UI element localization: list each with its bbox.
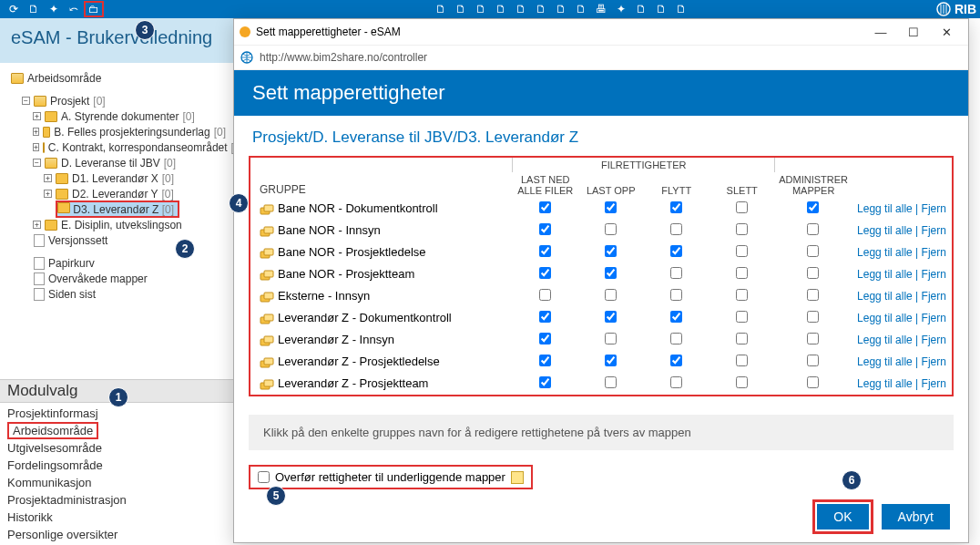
permission-checkbox[interactable] (605, 311, 617, 323)
permission-checkbox[interactable] (807, 245, 819, 257)
group-name[interactable]: Eksterne - Innsyn (250, 285, 513, 307)
toolbar-icon[interactable]: ⤺ (64, 1, 84, 17)
permission-checkbox[interactable] (605, 376, 617, 388)
group-name[interactable]: Leverandør Z - Prosjektteam (250, 373, 513, 395)
tree-item[interactable]: +E. Disiplin, utvekslingson (11, 217, 226, 232)
module-item[interactable]: Kommunikasjon (7, 474, 226, 491)
group-name[interactable]: Bane NOR - Prosjektteam (250, 263, 513, 285)
toolbar-icon[interactable]: 🖶 (591, 1, 611, 17)
toolbar-icon[interactable]: 🗋 (511, 1, 531, 17)
permission-checkbox[interactable] (807, 355, 819, 366)
permission-checkbox[interactable] (539, 311, 551, 323)
permission-checkbox[interactable] (605, 289, 617, 301)
remove-link[interactable]: Fjern (922, 290, 946, 303)
permission-checkbox[interactable] (807, 333, 819, 344)
group-name[interactable]: Bane NOR - Dokumentkontroll (250, 198, 513, 220)
remove-link[interactable]: Fjern (922, 377, 946, 390)
permission-checkbox[interactable] (736, 333, 748, 344)
permission-checkbox[interactable] (670, 376, 682, 388)
permission-checkbox[interactable] (539, 289, 551, 301)
group-name[interactable]: Leverandør Z - Innsyn (250, 329, 513, 351)
module-item[interactable]: Utgivelsesområde (7, 439, 226, 457)
tree-item[interactable]: +C. Kontrakt, korrespondanseområdet [0] (11, 139, 226, 155)
group-name[interactable]: Leverandør Z - Prosjektledelse (250, 351, 513, 373)
toolbar-icon[interactable]: 🗋 (491, 1, 511, 17)
tree-item-selected[interactable]: D3. Leverandør Z [0] (11, 201, 226, 217)
tree-item[interactable]: Siden sist (11, 286, 226, 302)
permission-checkbox[interactable] (670, 355, 682, 366)
toolbar-icon[interactable]: 🗋 (571, 1, 591, 17)
permission-checkbox[interactable] (807, 311, 819, 323)
remove-link[interactable]: Fjern (922, 334, 946, 346)
toolbar-icon[interactable]: 🗋 (531, 1, 551, 17)
permission-checkbox[interactable] (539, 376, 551, 388)
add-all-link[interactable]: Legg til alle (857, 246, 913, 259)
permission-checkbox[interactable] (807, 289, 819, 301)
module-item[interactable]: Fordelingsområde (7, 457, 226, 474)
module-item[interactable]: Personlige oversikter (7, 526, 226, 543)
tree-item[interactable]: −Prosjekt [0] (11, 93, 226, 108)
toolbar-icon[interactable]: 🗋 (431, 1, 451, 17)
permission-checkbox[interactable] (736, 311, 748, 323)
transfer-checkbox[interactable] (258, 471, 270, 483)
tree-item[interactable]: −D. Leveranse til JBV [0] (11, 155, 226, 170)
tree-item[interactable]: Overvåkede mapper (11, 271, 226, 286)
permission-checkbox[interactable] (605, 355, 617, 366)
permission-checkbox[interactable] (736, 376, 748, 388)
ok-button[interactable]: OK (817, 504, 868, 530)
toolbar-icon[interactable]: ⟳ (4, 1, 24, 17)
toolbar-icon[interactable]: 🗋 (24, 1, 44, 17)
permission-checkbox[interactable] (807, 376, 819, 388)
remove-link[interactable]: Fjern (922, 355, 946, 368)
permission-checkbox[interactable] (605, 267, 617, 279)
permission-checkbox[interactable] (670, 311, 682, 323)
module-item[interactable]: Prosjektadministrasjon (7, 491, 226, 509)
tree-item[interactable]: +A. Styrende dokumenter [0] (11, 108, 226, 124)
permission-checkbox[interactable] (736, 355, 748, 366)
add-all-link[interactable]: Legg til alle (857, 268, 913, 281)
toolbar-icon[interactable]: ✦ (611, 1, 631, 17)
toolbar-icon[interactable]: 🗋 (631, 1, 651, 17)
add-all-link[interactable]: Legg til alle (857, 224, 913, 237)
tree-item[interactable]: +D1. Leverandør X [0] (11, 170, 226, 186)
remove-link[interactable]: Fjern (922, 312, 946, 324)
permission-checkbox[interactable] (807, 201, 819, 213)
close-button[interactable]: ✕ (930, 20, 963, 44)
toolbar-icon[interactable]: 🗋 (651, 1, 671, 17)
permission-checkbox[interactable] (670, 289, 682, 301)
add-all-link[interactable]: Legg til alle (857, 334, 913, 346)
group-name[interactable]: Leverandør Z - Dokumentkontroll (250, 307, 513, 329)
remove-link[interactable]: Fjern (922, 202, 946, 215)
toolbar-icon-highlighted[interactable]: 🗀 (84, 1, 104, 17)
permission-checkbox[interactable] (736, 245, 748, 257)
permission-checkbox[interactable] (605, 245, 617, 257)
permission-checkbox[interactable] (670, 201, 682, 213)
permission-checkbox[interactable] (605, 201, 617, 213)
permission-checkbox[interactable] (539, 267, 551, 279)
tree-item[interactable]: +D2. Leverandør Y [0] (11, 186, 226, 201)
permission-checkbox[interactable] (670, 333, 682, 344)
toolbar-icon[interactable]: ✦ (44, 1, 64, 17)
minimize-button[interactable]: — (864, 20, 897, 44)
add-all-link[interactable]: Legg til alle (857, 290, 913, 303)
toolbar-icon[interactable]: 🗋 (451, 1, 471, 17)
permission-checkbox[interactable] (539, 245, 551, 257)
module-item[interactable]: Historikk (7, 509, 226, 526)
remove-link[interactable]: Fjern (922, 246, 946, 259)
permission-checkbox[interactable] (539, 223, 551, 235)
permission-checkbox[interactable] (605, 223, 617, 235)
permission-checkbox[interactable] (736, 289, 748, 301)
toolbar-icon[interactable]: 🗋 (551, 1, 571, 17)
permission-checkbox[interactable] (670, 223, 682, 235)
group-name[interactable]: Bane NOR - Prosjektledelse (250, 242, 513, 263)
permission-checkbox[interactable] (539, 355, 551, 366)
permission-checkbox[interactable] (539, 333, 551, 344)
permission-checkbox[interactable] (807, 223, 819, 235)
tree-item[interactable]: Papirkurv (11, 255, 226, 271)
maximize-button[interactable]: ☐ (897, 20, 930, 44)
tree-item[interactable]: +B. Felles prosjekteringsunderlag [0] (11, 124, 226, 139)
note-icon[interactable] (511, 471, 524, 484)
add-all-link[interactable]: Legg til alle (857, 377, 913, 390)
group-name[interactable]: Bane NOR - Innsyn (250, 220, 513, 242)
cancel-button[interactable]: Avbryt (882, 504, 950, 530)
